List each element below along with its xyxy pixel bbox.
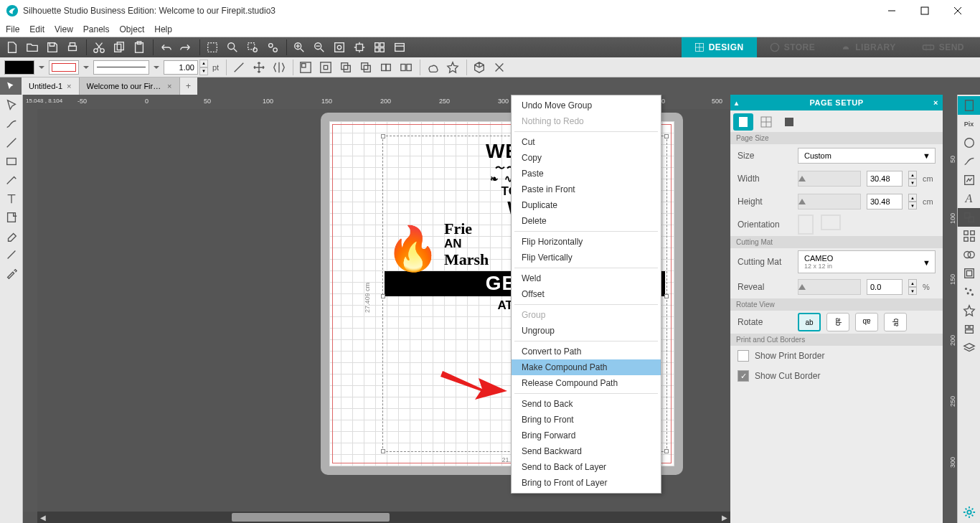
stack-front-icon[interactable] [336, 58, 355, 77]
pixscan-icon[interactable]: Pix [958, 115, 980, 133]
tab-library[interactable]: LIBRARY [828, 37, 908, 57]
canvas-area[interactable]: 15.048 , 8.104 -50 0 50 100 150 200 250 … [23, 95, 730, 523]
arrange-icon[interactable] [958, 208, 980, 227]
tiling-icon[interactable] [370, 38, 389, 57]
orient-portrait[interactable] [798, 215, 814, 235]
menu-file[interactable]: File [6, 24, 19, 34]
fit-page-icon[interactable] [330, 38, 349, 57]
panel-tab-page[interactable] [733, 113, 753, 131]
replicate-icon[interactable] [958, 227, 980, 245]
fill-color[interactable] [4, 60, 34, 75]
text-tool-icon[interactable] [0, 189, 22, 208]
tab-send[interactable]: SEND [909, 37, 977, 57]
ctx-copy[interactable]: Copy [512, 150, 661, 166]
ctx-undo[interactable]: Undo Move Group [512, 98, 661, 113]
ungroup-icon[interactable] [397, 58, 415, 77]
shape-cloud-icon[interactable] [423, 58, 442, 77]
star-icon[interactable] [443, 58, 462, 77]
reveal-input[interactable] [867, 279, 903, 295]
zoom-in-icon[interactable] [290, 38, 308, 57]
copy-icon[interactable] [110, 38, 128, 57]
offset-icon[interactable] [958, 264, 980, 283]
tab-close-icon[interactable]: × [167, 82, 171, 90]
trace-icon[interactable] [958, 171, 980, 189]
text-style-icon[interactable]: A [958, 189, 980, 208]
cursor-tool-icon[interactable] [0, 96, 22, 115]
line-panel-icon[interactable] [958, 152, 980, 171]
ctx-bring-front[interactable]: Bring to Front [512, 412, 661, 428]
minimize-button[interactable] [875, 0, 908, 22]
close-button[interactable] [941, 0, 974, 22]
flip-icon[interactable] [270, 58, 288, 77]
modify-icon[interactable] [958, 245, 980, 264]
panel-tab-grid[interactable] [756, 113, 776, 131]
new-icon[interactable] [3, 38, 22, 57]
freehand-icon[interactable] [0, 171, 22, 189]
ctx-paste[interactable]: Paste [512, 166, 661, 182]
height-slider[interactable] [798, 194, 861, 209]
stipple-icon[interactable] [958, 283, 980, 301]
ctx-make-compound[interactable]: Make Compound Path [512, 359, 661, 375]
settings-gear-icon[interactable] [958, 503, 980, 522]
save-icon[interactable] [43, 38, 62, 57]
zoom-fit-icon[interactable] [263, 38, 282, 57]
ctx-duplicate[interactable]: Duplicate [512, 197, 661, 213]
ctx-cut[interactable]: Cut [512, 134, 661, 150]
tab-close-icon[interactable]: × [67, 82, 71, 90]
menu-view[interactable]: View [55, 24, 73, 34]
fill-panel-icon[interactable] [958, 133, 980, 152]
align-center-icon[interactable] [316, 58, 335, 77]
rotate-180[interactable]: ab [855, 313, 878, 331]
tab-firepit[interactable]: Welcome to our Fire...× [80, 77, 180, 95]
nesting-icon[interactable] [958, 320, 980, 339]
ctx-bring-forward[interactable]: Bring Forward [512, 428, 661, 443]
size-select[interactable]: Custom▼ [798, 148, 936, 164]
line-width-input[interactable]: 1.00 [164, 60, 198, 75]
panel-tab-reg[interactable] [779, 113, 799, 131]
zoom-select-icon[interactable] [243, 38, 262, 57]
line-style[interactable] [93, 60, 149, 75]
eyedropper-icon[interactable] [0, 264, 22, 283]
select-cursor-icon[interactable] [0, 77, 22, 95]
orient-landscape[interactable] [821, 215, 841, 230]
line-tool-icon[interactable] [230, 58, 248, 77]
select-dashed-icon[interactable] [203, 38, 222, 57]
ctx-flip-v[interactable]: Flip Vertically [512, 250, 661, 265]
align-tl-icon[interactable] [296, 58, 315, 77]
rotate-270[interactable]: ab [884, 313, 907, 331]
rectangle-icon[interactable] [0, 152, 22, 171]
cut-icon[interactable] [90, 38, 108, 57]
tab-store[interactable]: STORE [757, 37, 829, 57]
group-icon[interactable] [377, 58, 395, 77]
ctx-delete[interactable]: Delete [512, 213, 661, 229]
line-draw-icon[interactable] [0, 133, 22, 152]
new-tab-button[interactable]: + [180, 77, 197, 95]
ctx-offset[interactable]: Offset [512, 286, 661, 302]
open-icon[interactable] [23, 38, 42, 57]
menu-help[interactable]: Help [154, 24, 172, 34]
page-setup-icon[interactable] [958, 96, 980, 115]
favorite-icon[interactable] [958, 301, 980, 320]
width-slider[interactable] [798, 171, 861, 187]
zoom-out-icon[interactable] [310, 38, 329, 57]
eraser-icon[interactable] [0, 227, 22, 245]
collapse-icon[interactable]: ▴ [735, 99, 739, 107]
rotate-90[interactable]: ab [826, 313, 849, 331]
stack-back-icon[interactable] [357, 58, 375, 77]
mat-select[interactable]: CAMEO12 x 12 in ▼ [798, 250, 936, 273]
ctx-ungroup[interactable]: Ungroup [512, 323, 661, 339]
ctx-convert-path[interactable]: Convert to Path [512, 344, 661, 359]
menu-edit[interactable]: Edit [29, 24, 44, 34]
maximize-button[interactable] [908, 0, 941, 22]
app-window-icon[interactable] [390, 38, 409, 57]
zoom-icon[interactable] [223, 38, 242, 57]
ctx-flip-h[interactable]: Flip Horizontally [512, 234, 661, 250]
stroke-color[interactable] [49, 60, 79, 75]
print-icon[interactable] [63, 38, 82, 57]
move-icon[interactable] [250, 58, 268, 77]
edit-points-icon[interactable] [0, 115, 22, 133]
box-3d-icon[interactable] [470, 58, 489, 77]
redo-icon[interactable] [176, 38, 195, 57]
ctx-back-layer[interactable]: Send to Back of Layer [512, 459, 661, 475]
height-input[interactable] [867, 194, 903, 209]
